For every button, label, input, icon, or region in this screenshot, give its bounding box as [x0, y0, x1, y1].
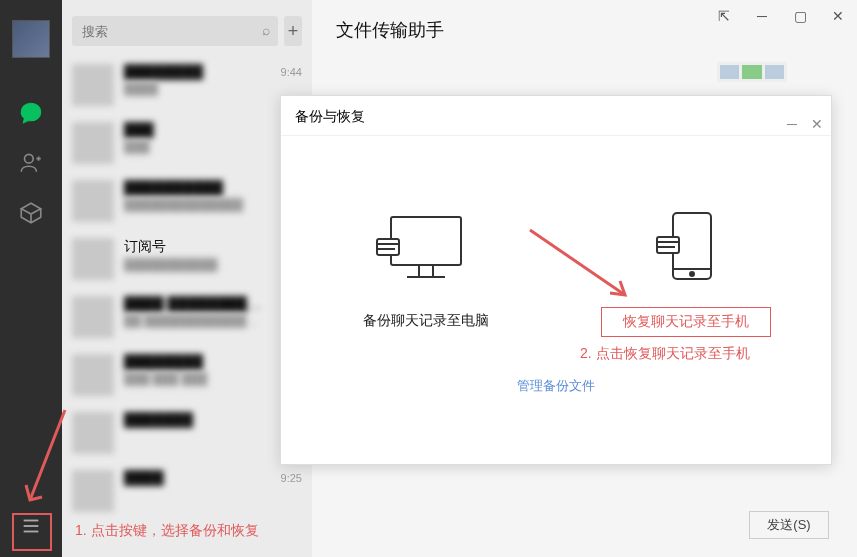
chat-list-item[interactable]: ████ 9:25: [62, 462, 312, 520]
chat-name: ████████: [124, 64, 203, 80]
svg-rect-14: [657, 237, 679, 253]
svg-point-0: [25, 154, 34, 163]
annotation-arrow-1: [20, 405, 70, 519]
chat-preview: ███████████: [124, 258, 294, 272]
svg-rect-4: [391, 217, 461, 265]
chat-list-item[interactable]: ███████ 9:41: [62, 404, 312, 462]
chat-avatar: [72, 122, 114, 164]
chat-preview: ███:███ ███: [124, 372, 294, 386]
send-button[interactable]: 发送(S): [749, 511, 829, 539]
maximize-icon[interactable]: ▢: [791, 8, 809, 24]
phone-icon: [631, 209, 741, 289]
chat-avatar: [72, 412, 114, 454]
chat-name: 订阅号: [124, 238, 166, 256]
chat-name: ████ ████████…: [124, 296, 261, 312]
chat-list-item[interactable]: ████████ ███:███ ███: [62, 346, 312, 404]
chat-avatar: [72, 470, 114, 512]
svg-line-18: [530, 230, 625, 295]
chat-avatar: [72, 64, 114, 106]
svg-point-13: [690, 272, 694, 276]
chat-icon[interactable]: [16, 98, 46, 128]
annotation-step1: 1. 点击按键，选择备份和恢复: [75, 522, 259, 540]
search-input[interactable]: [72, 16, 278, 46]
pin-icon[interactable]: ⇱: [715, 8, 733, 24]
search-icon: ⌕: [262, 22, 270, 38]
message-thumb: [717, 62, 787, 82]
svg-rect-8: [377, 239, 399, 255]
chat-name: ████████: [124, 354, 203, 370]
dialog-minimize-icon[interactable]: ─: [787, 104, 797, 144]
contacts-icon[interactable]: [16, 148, 46, 178]
box-icon[interactable]: [16, 198, 46, 228]
chat-avatar: [72, 180, 114, 222]
chat-time: 9:25: [281, 472, 302, 484]
chat-name: ██████████: [124, 180, 223, 196]
chat-name: ████: [124, 470, 164, 486]
backup-label: 备份聊天记录至电脑: [341, 307, 511, 335]
chat-list-item[interactable]: ████ ████████… ██:████████████…: [62, 288, 312, 346]
chat-avatar: [72, 238, 114, 280]
chat-list-panel: ⌕ + ████████ 9:44 ████ ███ ███ █████████…: [62, 0, 312, 557]
dialog-close-icon[interactable]: ✕: [811, 104, 823, 144]
annotation-step2: 2. 点击恢复聊天记录至手机: [580, 345, 750, 363]
computer-icon: [371, 209, 481, 289]
chat-title: 文件传输助手: [336, 18, 444, 42]
chat-list-item[interactable]: ██████████ ██████████████: [62, 172, 312, 230]
chat-name: ███: [124, 122, 154, 138]
backup-option[interactable]: 备份聊天记录至电脑: [336, 209, 516, 335]
chat-list-item[interactable]: ███ ███: [62, 114, 312, 172]
chat-preview: ███: [124, 140, 294, 154]
chat-name: ███████: [124, 412, 193, 428]
chat-list-item[interactable]: 订阅号 ███████████: [62, 230, 312, 288]
chat-avatar: [72, 354, 114, 396]
annotation-box-menu: [12, 513, 52, 551]
chat-time: 9:44: [281, 66, 302, 78]
annotation-arrow-2: [525, 225, 645, 329]
close-icon[interactable]: ✕: [829, 8, 847, 24]
svg-line-17: [30, 410, 65, 500]
user-avatar[interactable]: [12, 20, 50, 58]
chat-preview: ████: [124, 82, 294, 96]
chat-avatar: [72, 296, 114, 338]
minimize-icon[interactable]: ─: [753, 8, 771, 24]
dialog-title: 备份与恢复: [295, 108, 365, 124]
chat-preview: ██████████████: [124, 198, 294, 212]
add-button[interactable]: +: [284, 16, 302, 46]
chat-list-item[interactable]: ████████ 9:44 ████: [62, 56, 312, 114]
chat-preview: ██:████████████…: [124, 314, 294, 328]
manage-backup-link[interactable]: 管理备份文件: [517, 377, 595, 395]
